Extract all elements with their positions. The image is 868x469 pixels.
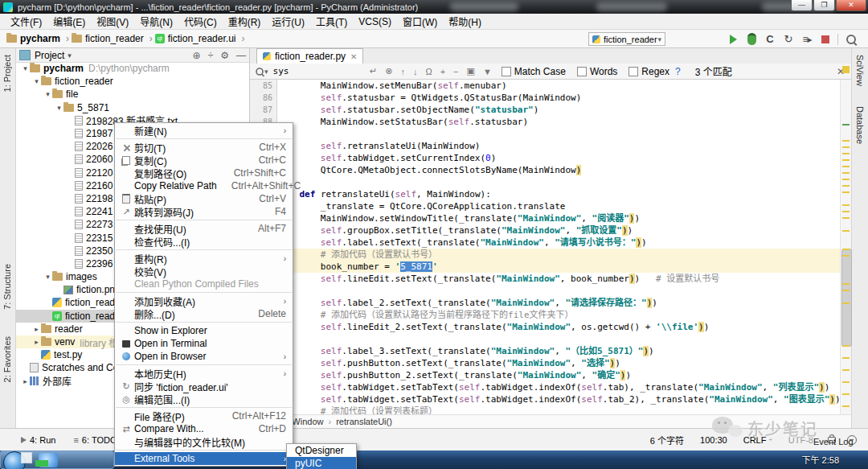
- menu-item-同步 'fiction_reader.ui'[interactable]: ↻同步 'fiction_reader.ui': [115, 380, 293, 393]
- menu-item-剪切(T)[interactable]: 剪切(T)Ctrl+X: [115, 141, 293, 154]
- menu-编辑(E)[interactable]: 编辑(E): [47, 13, 91, 30]
- tree-collapsed-icon[interactable]: ▸: [32, 325, 41, 333]
- remove-selection-icon[interactable]: −: [453, 67, 458, 76]
- menu-重构(R)[interactable]: 重构(R): [223, 13, 267, 30]
- tree-collapsed-icon[interactable]: ▸: [21, 377, 30, 385]
- menu-item-删除...(D)[interactable]: 删除...(D)Delete: [115, 307, 293, 320]
- menu-item-查找使用(U)[interactable]: 查找使用(U)Alt+F7: [115, 222, 293, 235]
- filter-icon[interactable]: ▼: [483, 67, 492, 76]
- toolwindow-tab-favorites[interactable]: 2: Favorites: [2, 336, 12, 382]
- find-input[interactable]: ▾ sys: [255, 66, 366, 76]
- run-toolwindow-button[interactable]: 4: Run: [21, 435, 55, 445]
- newline-icon[interactable]: ↵: [370, 66, 377, 76]
- menu-item-复制(C)[interactable]: 复制(C)Ctrl+C: [115, 154, 293, 167]
- collapse-all-icon[interactable]: ÷: [208, 50, 214, 61]
- todo-toolwindow-button[interactable]: ≡ 6: TODO: [73, 435, 117, 445]
- menu-item-新建(N)[interactable]: 新建(N)›: [115, 124, 293, 137]
- tree-expanded-icon[interactable]: ▾: [21, 64, 30, 72]
- run-button[interactable]: [724, 32, 742, 47]
- settings-icon[interactable]: ⚙: [220, 50, 229, 61]
- tree-item-pycharm[interactable]: ▾pycharmD:\python\pycharm: [16, 62, 249, 75]
- clear-icon[interactable]: ⊗: [385, 66, 392, 76]
- menu-item-检查代码...(I)[interactable]: 检查代码...(I): [115, 235, 293, 248]
- submenu-item-QtDesigner[interactable]: QtDesigner: [287, 444, 356, 457]
- locate-icon[interactable]: ⊕: [193, 50, 201, 61]
- toolwindow-tab-database[interactable]: Database: [855, 106, 865, 144]
- run-with-button[interactable]: ≡▸: [798, 32, 816, 47]
- code-token: .label_3.setText(_translate(: [342, 346, 490, 356]
- breadcrumb-item[interactable]: fiction_reader: [72, 33, 144, 44]
- pinned-icon[interactable]: [21, 452, 32, 463]
- select-all-icon[interactable]: ▣: [467, 66, 475, 76]
- submenu-item-pyUIC[interactable]: pyUIC: [287, 457, 356, 469]
- add-selection-icon[interactable]: +: [440, 67, 445, 76]
- tree-expanded-icon[interactable]: ▾: [32, 77, 41, 85]
- taskbar-clock[interactable]: 下午 2:58: [802, 453, 839, 466]
- menu-item-编辑范围...(I)[interactable]: ◎编辑范围...(I): [115, 393, 293, 405]
- prev-occurrence-icon[interactable]: ↑: [400, 67, 405, 76]
- close-tab-icon[interactable]: ✕: [350, 52, 357, 61]
- breadcrumb-method[interactable]: retranslateUi(): [336, 417, 392, 426]
- menu-VCS(S)[interactable]: VCS(S): [353, 14, 397, 29]
- debug-button[interactable]: [743, 32, 760, 47]
- menu-文件(F)[interactable]: 文件(F): [5, 13, 47, 30]
- menu-导航(N)[interactable]: 导航(N): [134, 13, 178, 30]
- close-button[interactable]: ✕: [836, 0, 866, 11]
- menu-item-Compare With...[interactable]: ⇄Compare With...Ctrl+D: [115, 422, 293, 435]
- toolwindow-tab-project[interactable]: 1: Project: [2, 55, 12, 92]
- tree-expanded-icon[interactable]: ▾: [55, 104, 63, 112]
- toolwindow-tab-sciview[interactable]: SciView: [855, 55, 865, 86]
- search-everywhere-button[interactable]: [842, 32, 860, 47]
- menu-窗口(W)[interactable]: 窗口(W): [397, 13, 443, 30]
- profiler-button[interactable]: ↻: [780, 32, 797, 47]
- menu-item-重构(R)[interactable]: 重构(R)›: [115, 252, 293, 265]
- inspection-indicator-icon[interactable]: [842, 66, 850, 73]
- coverage-button[interactable]: C: [761, 32, 779, 47]
- next-occurrence-icon[interactable]: ↓: [413, 67, 418, 76]
- menu-item-跳转到源码(J)[interactable]: ↗跳转到源码(J)F4: [115, 205, 293, 218]
- minimize-button[interactable]: —: [791, 0, 813, 11]
- menu-item-File 路径(P)[interactable]: File 路径(P)Ctrl+Alt+F12: [115, 409, 293, 422]
- menu-代码(C)[interactable]: 代码(C): [178, 13, 223, 30]
- words-checkbox[interactable]: Words: [577, 66, 617, 77]
- tree-collapsed-icon[interactable]: ▸: [32, 338, 41, 346]
- breadcrumb-item[interactable]: qtfiction_reader.ui: [155, 33, 236, 44]
- tree-item-fiction_reader[interactable]: ▾fiction_reader: [16, 75, 249, 88]
- toolwindow-tab-structure[interactable]: 7: Structure: [2, 264, 12, 310]
- stop-button[interactable]: [817, 32, 834, 47]
- menu-工具(T)[interactable]: 工具(T): [310, 13, 353, 30]
- regex-help-icon[interactable]: ?: [675, 66, 681, 77]
- menu-item-Copy Relative Path[interactable]: Copy Relative PathCtrl+Alt+Shift+C: [115, 179, 293, 192]
- project-panel-title[interactable]: Project: [35, 50, 64, 61]
- tree-expanded-icon[interactable]: ▾: [43, 90, 52, 98]
- match-case-checkbox[interactable]: Match Case: [502, 66, 566, 77]
- tree-expanded-icon[interactable]: ▾: [43, 273, 52, 281]
- regex-checkbox[interactable]: Regex: [628, 66, 669, 77]
- menu-item-粘贴(P)[interactable]: 粘贴(P)Ctrl+V: [115, 192, 293, 205]
- tree-item-file[interactable]: ▾file: [16, 88, 249, 101]
- menu-item-本地历史(H)[interactable]: 本地历史(H)›: [115, 367, 293, 380]
- menu-帮助(H)[interactable]: 帮助(H): [443, 13, 487, 30]
- find-occurrences-icon[interactable]: Ω: [425, 67, 432, 76]
- maximize-button[interactable]: ❐: [813, 0, 835, 11]
- menu-item-Show in Explorer[interactable]: Show in Explorer: [115, 324, 293, 337]
- menu-视图(V)[interactable]: 视图(V): [91, 13, 134, 30]
- menu-运行(U)[interactable]: 运行(U): [266, 13, 310, 30]
- event-log-button[interactable]: Event Log: [813, 437, 854, 446]
- menu-item-添加到收藏(A)[interactable]: 添加到收藏(A)›: [115, 294, 293, 307]
- breadcrumb-item[interactable]: pycharm: [6, 33, 60, 44]
- menu-item-复制路径(O)[interactable]: 复制路径(O)Ctrl+Shift+C: [115, 167, 293, 179]
- tree-item-5_5871[interactable]: ▾5_5871: [16, 101, 249, 114]
- hide-icon[interactable]: —: [236, 50, 246, 61]
- menu-item-校验(V)[interactable]: 校验(V): [115, 265, 293, 278]
- editor-scrollbar[interactable]: [840, 80, 851, 415]
- run-configuration-select[interactable]: fiction_reader ▾: [588, 32, 665, 46]
- editor-tab-fiction-reader[interactable]: fiction_reader.py ✕: [256, 48, 363, 64]
- menu-item-External Tools[interactable]: External Tools›: [115, 452, 293, 465]
- code-editor[interactable]: MainWindow.setMenuBar(self.menubar)self.…: [278, 80, 840, 415]
- menu-item-Open in Browser[interactable]: Open in Browser›: [115, 350, 293, 363]
- scrollbar-thumb[interactable]: [841, 249, 852, 347]
- text-icon: [75, 168, 83, 178]
- menu-item-Open in Terminal[interactable]: Open in Terminal: [115, 337, 293, 350]
- menu-item-与编辑器中的文件比较(M)[interactable]: 与编辑器中的文件比较(M): [115, 435, 293, 448]
